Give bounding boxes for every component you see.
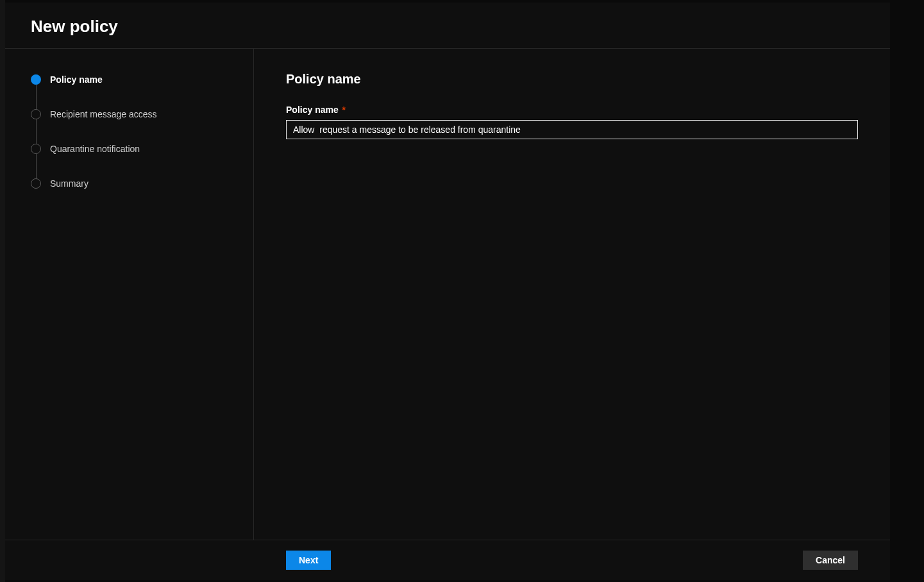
wizard-step-quarantine-notification[interactable]: Quarantine notification [31,144,240,154]
step-connector [36,119,37,144]
next-button[interactable]: Next [286,551,331,570]
wizard-step-label: Summary [50,178,88,189]
wizard-step-summary[interactable]: Summary [31,178,240,189]
step-indicator-pending-icon [31,144,41,154]
panel-header: New policy [5,3,890,49]
wizard-content: Policy name Policy name * [254,49,890,540]
step-indicator-pending-icon [31,178,41,189]
wizard-step-recipient-message-access[interactable]: Recipient message access [31,109,240,119]
wizard-step-label: Policy name [50,74,103,85]
wizard-step-label: Recipient message access [50,109,157,119]
wizard-step-policy-name[interactable]: Policy name [31,74,240,85]
step-connector [36,85,37,109]
step-indicator-pending-icon [31,109,41,119]
wizard-steps-list: Policy name Recipient message access Qua… [31,74,240,189]
cancel-button[interactable]: Cancel [803,551,858,570]
panel-footer: Next Cancel [5,540,890,580]
policy-name-input[interactable] [286,120,858,139]
required-marker: * [342,105,346,115]
wizard-steps-sidebar: Policy name Recipient message access Qua… [5,49,254,540]
step-indicator-active-icon [31,74,41,85]
background-sliver [0,0,5,582]
step-connector [36,154,37,178]
panel-body: Policy name Recipient message access Qua… [5,49,890,540]
wizard-step-label: Quarantine notification [50,144,140,154]
new-policy-panel: New policy Policy name Recipient message… [5,3,890,580]
policy-name-label: Policy name * [286,105,858,115]
section-title: Policy name [286,72,858,87]
field-label-text: Policy name [286,105,339,115]
panel-title: New policy [31,17,864,37]
